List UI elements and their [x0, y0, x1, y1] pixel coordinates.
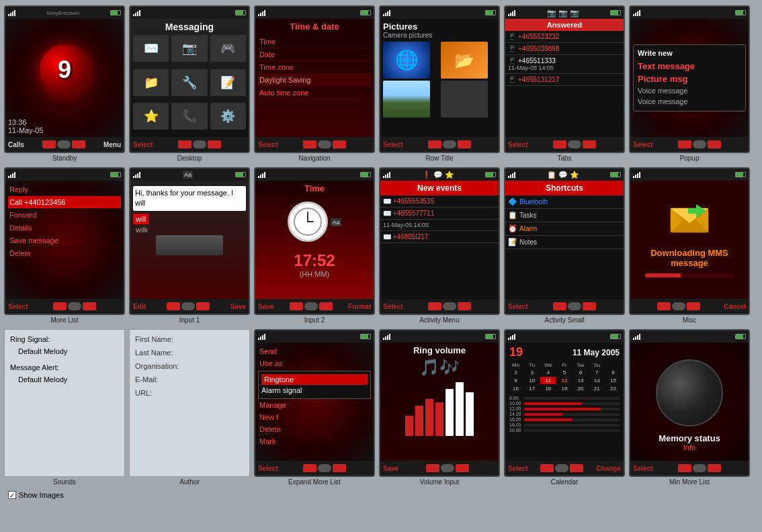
bottom-left-rt[interactable]: Select — [383, 141, 403, 148]
nav-buttons-in1 — [167, 302, 210, 310]
bottom-left-standby[interactable]: Calls — [8, 141, 24, 148]
cal-d11: 11 — [540, 377, 556, 384]
signal-icon-tabs — [508, 10, 515, 16]
signal-icon-vol — [383, 334, 390, 340]
popup-item-2: Picture msg — [638, 73, 741, 85]
tasks-icon: 📋 — [508, 211, 517, 220]
morelist-content: Reply Call +440123456 Forward Details Sa… — [5, 181, 124, 299]
msg-icon-tools: 🔧 — [171, 69, 207, 96]
cal-d8: 8 — [605, 369, 621, 376]
screen-standby: SonyEricsson 9 13:36 11-May-05 — [4, 5, 125, 153]
msg-icon-folder: 📁 — [133, 69, 169, 96]
activity-icon-4: ✉️ — [383, 233, 391, 240]
cal-d17: 17 — [524, 385, 540, 392]
sounds-msg-label: Message Alert: — [10, 363, 119, 371]
cal-time-5: 16.00 — [509, 417, 524, 422]
cal-d7: 7 — [589, 369, 605, 376]
top-icon-2: 📷 — [558, 9, 568, 17]
as-icon-task: 📋 — [547, 171, 556, 179]
bottom-right-cal[interactable]: Change — [596, 465, 621, 472]
bottom-right-in2[interactable]: Format — [348, 303, 371, 310]
standby-circle: 9 — [38, 43, 91, 97]
battery-in2 — [360, 172, 371, 177]
screen-desktop: Messaging ✉️ 📷 🎮 📁 🔧 📝 ⭐ 📞 ⚙️ Select — [129, 5, 250, 153]
shortcut-item-notes: 📝 Notes — [505, 236, 624, 249]
msg-icon-camera: 📷 — [171, 35, 207, 62]
cell-author: First Name: Last Name: Organisation: E-M… — [128, 326, 251, 487]
signal-icon-mml — [633, 334, 640, 340]
bottom-left-in1[interactable]: Edit — [133, 303, 146, 310]
popup-content: Write new Text message Picture msg Voice… — [630, 19, 749, 137]
bottom-left-in2[interactable]: Save — [258, 303, 273, 310]
bottom-left-mml[interactable]: Select — [633, 465, 652, 472]
show-images-checkbox[interactable]: ✓ — [8, 491, 16, 499]
shortcut-item-bt: 🔷 Bluetooth — [505, 195, 624, 209]
cal-header-mo: Mo — [508, 362, 523, 368]
bottom-bar-in2: Save Format — [255, 299, 374, 314]
shortcuts-title: Shortcuts — [508, 183, 621, 193]
input1-suggestions: will wilk — [133, 214, 246, 235]
bottom-right-misc[interactable]: Cancel — [724, 303, 746, 310]
msg-icon-phone: 📞 — [171, 103, 207, 130]
nav-buttons-ml — [53, 302, 96, 310]
expand-item-send: Send — [258, 345, 371, 357]
bottom-right-standby[interactable]: Menu — [103, 141, 121, 148]
show-images-container[interactable]: ✓ Show Images — [8, 491, 64, 499]
bottom-left-as[interactable]: Select — [508, 303, 527, 310]
signal-icon-em — [258, 334, 265, 340]
battery-nav — [360, 10, 371, 15]
cal-time-row-7: 20.00 — [509, 428, 620, 433]
status-bar-in1: Aa — [130, 169, 249, 181]
bottom-bar-cal: Select Change — [505, 461, 624, 476]
bottom-left-am[interactable]: Select — [383, 303, 403, 310]
shortcut-item-alarm: ⏰ Alarm — [505, 222, 624, 236]
label-misc: Misc — [683, 316, 697, 324]
bottom-right-in1[interactable]: Save — [230, 303, 246, 310]
misc-content: Downloading MMS message — [630, 181, 749, 299]
input1-content: Hi, thanks for your message. I will will… — [130, 181, 249, 299]
cell-expand-more: Send Use as Ringtone Alarm signal Manage… — [253, 326, 376, 487]
bottom-left-tabs[interactable]: Select — [508, 141, 527, 148]
signal-icon-cal — [508, 334, 515, 340]
cal-d21: 21 — [589, 385, 605, 392]
bottom-left-popup[interactable]: Select — [633, 141, 652, 148]
nav-buttons-em — [303, 464, 346, 472]
bottom-left-ml[interactable]: Select — [8, 303, 28, 310]
standby-number: 9 — [58, 56, 71, 84]
cal-d16: 16 — [508, 385, 523, 392]
status-bar-mml — [630, 330, 749, 343]
cell-activity-small: 📋 💬 ⭐ Shortcuts 🔷 Bluetooth 📋 — [503, 165, 626, 325]
cal-header: 19 11 May 2005 — [507, 344, 622, 361]
msg-icon-game: 🎮 — [210, 35, 246, 62]
signal-icon-nav — [258, 10, 265, 16]
morelist-item-delete: Delete — [8, 247, 121, 260]
cal-header-fr: Fr — [556, 362, 572, 368]
activity-item-3: 11-May-05 14:05 — [380, 220, 499, 231]
cal-d3: 3 — [524, 369, 540, 376]
bottom-bar-nav: Select — [255, 137, 374, 152]
volume-content: Ring volume 🎵🎶 — [380, 343, 499, 461]
bottom-bar-mml: Select — [630, 461, 749, 476]
cal-d12: 12 — [556, 377, 572, 384]
se-logo-text: SonyEricsson — [46, 10, 79, 16]
activity-item-1: ✉️ +4655553535 — [380, 195, 499, 208]
bottom-left-cal[interactable]: Select — [508, 465, 527, 472]
bottom-left-nav[interactable]: Select — [258, 141, 278, 148]
bottom-left-vol[interactable]: Save — [383, 465, 398, 472]
popup-title: Write new — [638, 49, 741, 57]
expand-item-mark: Mark — [258, 435, 371, 447]
bottom-bar-am: Select — [380, 299, 499, 314]
msg-icon-envelope: ✉️ — [133, 35, 169, 62]
msg-icon-note: 📝 — [210, 69, 246, 96]
label-calendar: Calendar — [551, 478, 579, 486]
label-author: Author — [179, 478, 199, 486]
cell-volume: Ring volume 🎵🎶 Save — [378, 326, 501, 487]
screen-activity-small: 📋 💬 ⭐ Shortcuts 🔷 Bluetooth 📋 — [504, 167, 625, 315]
bottom-left-desktop[interactable]: Select — [133, 141, 153, 148]
cal-time-row-6: 18.00 — [509, 423, 620, 427]
bottom-left-em[interactable]: Select — [258, 465, 278, 472]
status-bar-as: 📋 💬 ⭐ — [505, 169, 624, 181]
cal-d15: 15 — [605, 377, 621, 384]
battery-as — [610, 172, 621, 177]
pictures-content: Pictures Camera pictures 🌐 📂 — [380, 19, 499, 137]
